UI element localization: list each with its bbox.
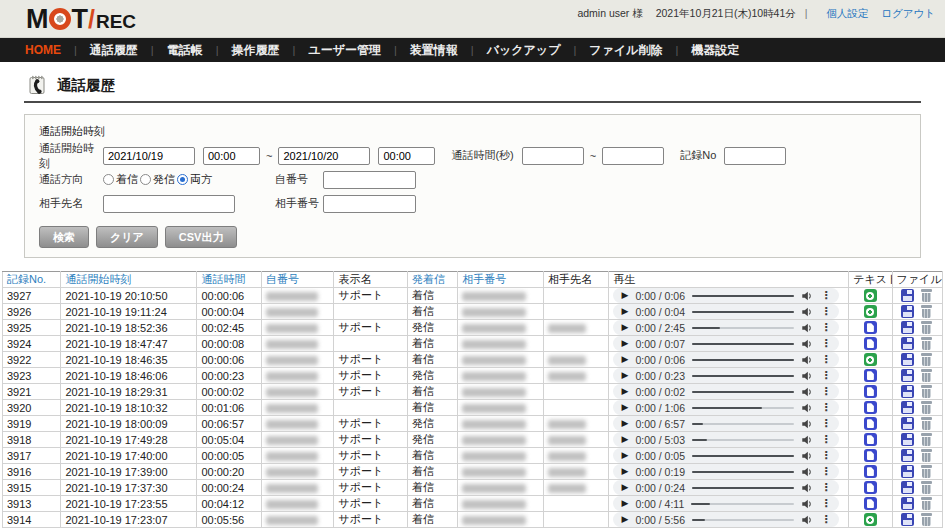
text-document-icon[interactable] [864,385,877,398]
speaker-icon[interactable] [801,306,813,318]
text-document-icon[interactable] [864,449,877,462]
column-header-3[interactable]: 自番号 [261,272,334,288]
player-menu-icon[interactable]: ⋮ [820,370,831,381]
text-document-icon[interactable] [864,337,877,350]
delete-file-icon[interactable] [920,465,933,478]
save-file-icon[interactable] [901,481,914,494]
nav-item-4[interactable]: ユーザー管理 [295,42,394,59]
player-menu-icon[interactable]: ⋮ [820,498,831,509]
delete-file-icon[interactable] [920,385,933,398]
player-seek-bar[interactable] [692,295,794,297]
speaker-icon[interactable] [801,354,813,366]
player-seek-bar[interactable] [692,311,794,313]
nav-item-8[interactable]: 機器設定 [678,42,752,59]
text-document-icon[interactable] [864,497,877,510]
play-button-icon[interactable]: ▶ [621,387,628,396]
play-button-icon[interactable]: ▶ [621,339,628,348]
speaker-icon[interactable] [801,482,813,494]
speaker-icon[interactable] [801,514,813,526]
text-document-icon[interactable] [864,401,877,414]
play-button-icon[interactable]: ▶ [621,435,628,444]
player-menu-icon[interactable]: ⋮ [820,434,831,445]
save-file-icon[interactable] [901,433,914,446]
play-button-icon[interactable]: ▶ [621,483,628,492]
player-menu-icon[interactable]: ⋮ [820,450,831,461]
speaker-icon[interactable] [801,418,813,430]
nav-item-3[interactable]: 操作履歴 [219,42,293,59]
text-audio-icon[interactable] [864,353,877,366]
delete-file-icon[interactable] [920,369,933,382]
play-button-icon[interactable]: ▶ [621,403,628,412]
delete-file-icon[interactable] [920,497,933,510]
text-audio-icon[interactable] [864,305,877,318]
save-file-icon[interactable] [901,289,914,302]
player-seek-bar[interactable] [692,391,794,393]
speaker-icon[interactable] [801,290,813,302]
play-button-icon[interactable]: ▶ [621,371,628,380]
play-button-icon[interactable]: ▶ [621,515,628,524]
delete-file-icon[interactable] [920,513,933,526]
text-document-icon[interactable] [864,481,877,494]
nav-item-6[interactable]: バックアップ [474,42,574,59]
search-button[interactable]: 検索 [39,226,89,248]
speaker-icon[interactable] [801,386,813,398]
player-seek-bar[interactable] [692,439,794,441]
save-file-icon[interactable] [901,321,914,334]
column-header-6[interactable]: 相手番号 [458,272,544,288]
delete-file-icon[interactable] [920,481,933,494]
save-file-icon[interactable] [901,513,914,526]
record-no-input[interactable] [724,147,786,165]
player-seek-bar[interactable] [692,343,794,345]
player-seek-bar[interactable] [692,359,794,361]
player-seek-bar[interactable] [691,503,794,505]
delete-file-icon[interactable] [920,353,933,366]
text-document-icon[interactable] [864,465,877,478]
play-button-icon[interactable]: ▶ [621,307,628,316]
text-document-icon[interactable] [864,321,877,334]
player-menu-icon[interactable]: ⋮ [820,466,831,477]
speaker-icon[interactable] [801,402,813,414]
player-seek-bar[interactable] [692,487,794,489]
save-file-icon[interactable] [901,465,914,478]
play-button-icon[interactable]: ▶ [621,323,628,332]
delete-file-icon[interactable] [920,337,933,350]
time-to-input[interactable] [378,147,435,165]
text-document-icon[interactable] [864,369,877,382]
play-button-icon[interactable]: ▶ [621,451,628,460]
delete-file-icon[interactable] [920,289,933,302]
peer-number-input[interactable] [323,195,416,213]
speaker-icon[interactable] [801,450,813,462]
column-header-0[interactable]: 記録No. [3,272,61,288]
save-file-icon[interactable] [901,369,914,382]
save-file-icon[interactable] [901,401,914,414]
direction-radio-1[interactable]: 発信 [140,172,175,187]
logout-link[interactable]: ログアウト [881,7,935,19]
speaker-icon[interactable] [801,434,813,446]
personal-settings-link[interactable]: 個人設定 [826,7,868,19]
play-button-icon[interactable]: ▶ [621,419,628,428]
play-button-icon[interactable]: ▶ [621,291,628,300]
self-number-input[interactable] [323,171,416,189]
delete-file-icon[interactable] [920,321,933,334]
player-seek-bar[interactable] [692,407,794,409]
speaker-icon[interactable] [801,466,813,478]
nav-item-home[interactable]: HOME [12,43,74,57]
player-menu-icon[interactable]: ⋮ [820,402,831,413]
save-file-icon[interactable] [901,337,914,350]
player-menu-icon[interactable]: ⋮ [820,290,831,301]
date-to-input[interactable] [278,147,370,165]
play-button-icon[interactable]: ▶ [621,355,628,364]
player-menu-icon[interactable]: ⋮ [820,514,831,525]
delete-file-icon[interactable] [920,401,933,414]
clear-button[interactable]: クリア [96,226,158,248]
text-document-icon[interactable] [864,417,877,430]
save-file-icon[interactable] [901,385,914,398]
player-menu-icon[interactable]: ⋮ [820,306,831,317]
duration-to-input[interactable] [602,147,664,165]
text-audio-icon[interactable] [864,513,877,526]
text-document-icon[interactable] [864,433,877,446]
peer-name-input[interactable] [103,195,235,213]
play-button-icon[interactable]: ▶ [621,467,628,476]
delete-file-icon[interactable] [920,417,933,430]
time-from-input[interactable] [203,147,260,165]
